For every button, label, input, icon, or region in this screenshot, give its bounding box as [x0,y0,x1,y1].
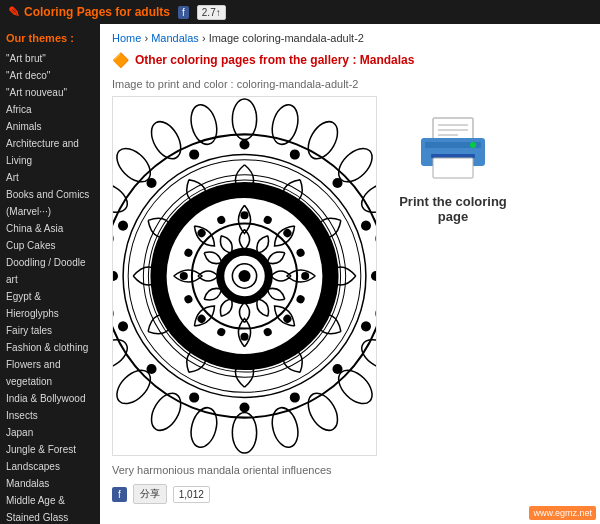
breadcrumb: Home › Mandalas › Image coloring-mandala… [112,32,588,44]
mandala-image [112,96,377,456]
sidebar-item[interactable]: Jungle & Forest [6,441,94,458]
share-button[interactable]: 分享 [133,484,167,504]
share-count: 1,012 [173,486,210,503]
sidebar-item[interactable]: Books and Comics (Marvel···) [6,186,94,220]
sidebar-item[interactable]: Mandalas [6,475,94,492]
svg-point-52 [240,333,248,341]
image-label: Image to print and color : coloring-mand… [112,78,588,90]
sidebar-item[interactable]: India & Bollywood [6,390,94,407]
svg-point-63 [238,270,250,282]
printer-icon[interactable] [413,116,493,186]
sidebar-nav: "Art brut""Art deco""Art nouveau"AfricaA… [6,50,94,524]
layout: Our themes : "Art brut""Art deco""Art no… [0,24,600,524]
svg-rect-73 [431,154,475,158]
sidebar-item[interactable]: Animals [6,118,94,135]
share-bar: f 分享 1,012 [112,484,377,504]
arrow-icon: 🔶 [112,52,129,68]
sidebar-item[interactable]: Architecture and Living [6,135,94,169]
sidebar-item[interactable]: China & Asia [6,220,94,237]
sidebar-section-title: Our themes : [6,32,94,44]
sidebar-item[interactable]: "Art deco" [6,67,94,84]
image-caption: Very harmonious mandala oriental influen… [112,464,377,476]
count-badge: 2.7↑ [197,5,226,20]
mandala-svg [113,97,376,455]
sidebar-item[interactable]: Africa [6,101,94,118]
svg-point-26 [239,139,249,149]
svg-point-34 [239,402,249,412]
header: ✎ Coloring Pages for adults f 2.7↑ [0,0,600,24]
sidebar-item[interactable]: Fairy tales [6,322,94,339]
site-title-text: Coloring Pages for adults [24,5,170,19]
content-row: Very harmonious mandala oriental influen… [112,96,588,504]
svg-point-56 [180,272,188,280]
pencil-icon: ✎ [8,4,20,20]
gallery-link-row: 🔶 Other coloring pages from the gallery … [112,52,588,68]
sidebar-item[interactable]: Cup Cakes [6,237,94,254]
breadcrumb-mandalas[interactable]: Mandalas [151,32,199,44]
site-title: ✎ Coloring Pages for adults [8,4,170,20]
svg-point-44 [240,211,248,219]
svg-rect-74 [433,158,473,178]
watermark: www.egmz.net [529,506,596,520]
sidebar-item[interactable]: Japan [6,424,94,441]
fb-badge: f [178,6,189,19]
svg-point-48 [301,272,309,280]
print-section: Print the coloring page [393,96,513,224]
main-content: Home › Mandalas › Image coloring-mandala… [100,24,600,524]
sidebar-item[interactable]: "Art brut" [6,50,94,67]
sidebar-item[interactable]: Flowers and vegetation [6,356,94,390]
mandala-container: Very harmonious mandala oriental influen… [112,96,377,504]
breadcrumb-current: Image coloring-mandala-adult-2 [209,32,364,44]
sidebar-item[interactable]: Fashion & clothing [6,339,94,356]
svg-point-75 [470,142,476,148]
sidebar-item[interactable]: Egypt & Hieroglyphs [6,288,94,322]
sidebar-item[interactable]: Landscapes [6,458,94,475]
sidebar-item[interactable]: Middle Age & Stained Glass [6,492,94,524]
sidebar-item[interactable]: Insects [6,407,94,424]
sidebar: Our themes : "Art brut""Art deco""Art no… [0,24,100,524]
sidebar-item[interactable]: Doodling / Doodle art [6,254,94,288]
sidebar-item[interactable]: "Art nouveau" [6,84,94,101]
gallery-link[interactable]: Other coloring pages from the gallery : … [135,53,414,67]
print-label[interactable]: Print the coloring page [393,194,513,224]
sidebar-item[interactable]: Art [6,169,94,186]
fb-share-button[interactable]: f [112,487,127,502]
breadcrumb-home[interactable]: Home [112,32,141,44]
